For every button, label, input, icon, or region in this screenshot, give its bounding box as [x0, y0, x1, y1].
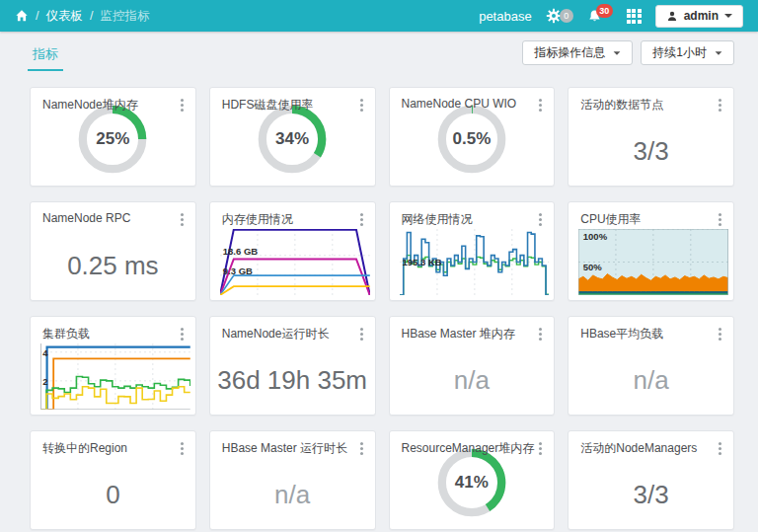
card-title: CPU使用率 [580, 211, 641, 228]
top-navigation-bar: / 仪表板 / 监控指标 petabase 0 [0, 0, 758, 32]
user-menu-button[interactable]: admin [655, 5, 743, 28]
toolbar: 指标 指标操作信息 持续1小时 [0, 32, 758, 77]
metric-card: NameNode RPC0.25 ms [30, 201, 196, 301]
kebab-menu-icon[interactable] [534, 326, 547, 342]
card-header: NameNode运行时长 [222, 326, 368, 342]
card-title: NameNode堆内存 [42, 97, 138, 114]
card-title: 内存使用情况 [222, 211, 293, 228]
breadcrumb-separator: / [90, 9, 93, 23]
kebab-menu-icon[interactable] [355, 211, 368, 228]
metric-actions-dropdown-button[interactable]: 指标操作信息 [522, 40, 633, 65]
card-title: HBase Master 运行时长 [222, 440, 347, 457]
card-title: NameNode运行时长 [222, 326, 330, 342]
metric-value: n/a [390, 346, 555, 415]
kebab-menu-icon[interactable] [176, 326, 189, 342]
kebab-menu-icon[interactable] [355, 326, 368, 342]
gauge-value-label: 34% [256, 103, 329, 176]
card-header: CPU使用率 [580, 211, 726, 228]
kebab-menu-icon[interactable] [534, 97, 547, 114]
kebab-menu-icon[interactable] [176, 211, 189, 228]
settings-badge: 0 [560, 9, 573, 23]
user-name-label: admin [684, 9, 719, 23]
kebab-menu-icon[interactable] [355, 97, 368, 114]
card-header: HBase Master 运行时长 [222, 440, 368, 457]
load-chart: 42 [40, 343, 190, 410]
chevron-down-icon [614, 51, 621, 54]
card-header: HBase Master 堆内存 [402, 326, 548, 342]
donut-gauge: 0.5% [435, 103, 508, 176]
card-title: 活动的数据节点 [580, 97, 663, 114]
card-title: NameNode CPU WIO [402, 97, 517, 111]
card-header: 转换中的Region [42, 440, 189, 457]
card-header: HBase平均负载 [580, 326, 726, 342]
metric-card: 集群负载42 [30, 316, 196, 416]
metric-card: 网络使用情况195.3 KB [389, 201, 556, 301]
donut-gauge: 34% [256, 103, 329, 176]
metric-card: 活动的NodeManagers3/3 [568, 430, 734, 530]
apps-grid-icon[interactable] [627, 9, 642, 24]
tab-metrics[interactable]: 指标 [28, 45, 63, 71]
card-header: 网络使用情况 [402, 211, 548, 228]
breadcrumb-current-page: 监控指标 [100, 8, 149, 25]
chevron-down-icon [724, 14, 732, 18]
metric-card: 内存使用情况18.6 GB9.3 GB [209, 201, 376, 301]
gauge-value-label: 41% [435, 446, 508, 519]
kebab-menu-icon[interactable] [355, 440, 368, 457]
metric-value: 0.25 ms [31, 232, 195, 300]
card-header: 活动的数据节点 [580, 97, 726, 114]
card-header: NameNode CPU WIO [402, 97, 548, 114]
kebab-menu-icon[interactable] [534, 440, 547, 457]
user-icon [666, 10, 678, 23]
donut-gauge: 41% [435, 446, 508, 519]
card-header: HDFS磁盘使用率 [222, 97, 368, 114]
donut-gauge: 25% [76, 103, 149, 176]
metric-cards-grid: NameNode堆内存25%HDFS磁盘使用率34%NameNode CPU W… [30, 87, 734, 530]
duration-label: 持续1小时 [652, 44, 707, 61]
metric-card: NameNode CPU WIO0.5% [389, 87, 556, 187]
topbar-right-cluster: petabase 0 [479, 5, 743, 28]
metric-value: 3/3 [568, 117, 733, 186]
card-title: HBase Master 堆内存 [402, 326, 515, 342]
metric-card: NameNode运行时长36d 19h 35m [209, 316, 376, 416]
card-header: 活动的NodeManagers [580, 440, 726, 457]
card-title: NameNode RPC [42, 211, 130, 225]
network-chart: 195.3 KB [400, 229, 550, 295]
cpu-chart: 100%50% [578, 229, 728, 295]
breadcrumb-separator: / [36, 9, 38, 23]
kebab-menu-icon[interactable] [714, 211, 726, 228]
home-icon[interactable] [15, 9, 29, 23]
metric-card: CPU使用率100%50% [568, 201, 734, 301]
kebab-menu-icon[interactable] [176, 440, 189, 457]
metric-card: NameNode堆内存25% [30, 87, 196, 187]
chevron-down-icon [716, 51, 722, 54]
metric-value: 3/3 [568, 461, 733, 529]
kebab-menu-icon[interactable] [714, 326, 726, 342]
kebab-menu-icon[interactable] [534, 211, 547, 228]
card-header: NameNode RPC [42, 211, 189, 228]
metric-actions-label: 指标操作信息 [534, 44, 605, 61]
notifications-badge: 30 [596, 4, 613, 18]
gauge-value-label: 0.5% [435, 103, 508, 176]
card-header: NameNode堆内存 [42, 97, 189, 114]
kebab-menu-icon[interactable] [176, 97, 189, 114]
duration-dropdown-button[interactable]: 持续1小时 [641, 40, 734, 65]
settings-gear-icon[interactable]: 0 [546, 8, 573, 24]
card-header: 内存使用情况 [222, 211, 368, 228]
metric-card: 转换中的Region0 [30, 430, 196, 530]
metric-value: 36d 19h 35m [210, 346, 375, 415]
breadcrumb: / 仪表板 / 监控指标 [15, 8, 149, 25]
metric-card: HBase Master 堆内存n/a [389, 316, 556, 416]
card-title: 转换中的Region [42, 440, 127, 457]
breadcrumb-dashboard-link[interactable]: 仪表板 [45, 8, 83, 25]
card-title: 网络使用情况 [402, 211, 473, 228]
kebab-menu-icon[interactable] [714, 440, 726, 457]
metric-card: 活动的数据节点3/3 [568, 87, 734, 187]
metric-value: 0 [31, 461, 195, 529]
metric-card: ResourceManager堆内存41% [389, 430, 556, 530]
card-header: ResourceManager堆内存 [402, 440, 548, 457]
notifications-bell-icon[interactable]: 30 [587, 9, 613, 24]
kebab-menu-icon[interactable] [714, 97, 726, 114]
metric-card: HBase平均负载n/a [568, 316, 734, 416]
metric-card: HBase Master 运行时长n/a [209, 430, 376, 530]
metric-value: n/a [210, 461, 375, 529]
